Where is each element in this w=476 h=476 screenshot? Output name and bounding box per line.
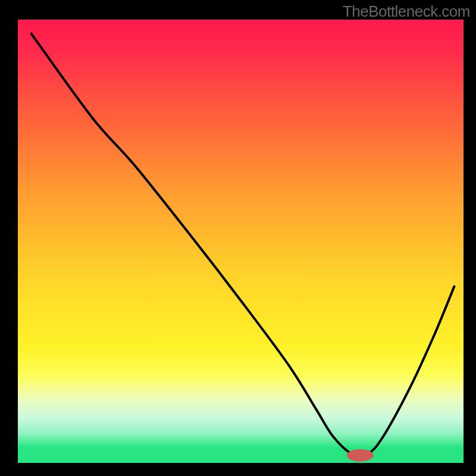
watermark-text: TheBottleneck.com — [343, 2, 470, 21]
optimal-marker — [347, 449, 374, 462]
bottleneck-chart — [0, 0, 476, 476]
chart-stage: TheBottleneck.com — [0, 0, 476, 476]
plot-background-gradient — [18, 20, 464, 463]
